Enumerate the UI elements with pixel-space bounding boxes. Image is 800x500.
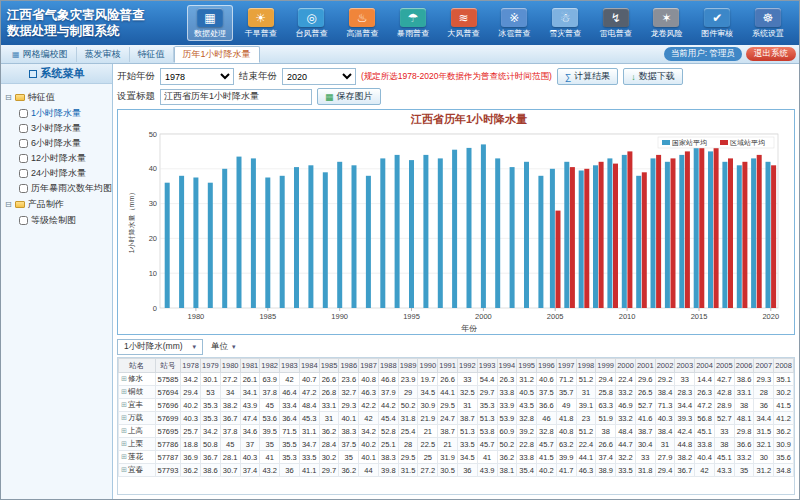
table-header-cell[interactable]: 1983	[280, 359, 300, 373]
station-name-cell[interactable]: ⊞莲花	[119, 451, 156, 464]
calculate-button[interactable]: ∑计算结果	[557, 68, 618, 85]
expand-icon[interactable]: ⊞	[121, 375, 127, 382]
table-header-cell[interactable]: 站名	[119, 359, 156, 373]
station-name-cell[interactable]: ⊞修水	[119, 373, 156, 386]
tree-item-checkbox[interactable]	[19, 124, 28, 133]
table-header-cell[interactable]: 1992	[457, 359, 477, 373]
tab-3[interactable]: 特征值	[130, 47, 174, 62]
toolbar-button-11[interactable]: ✔图件审核	[694, 5, 740, 41]
unit-dropdown[interactable]: 单位	[211, 341, 236, 353]
table-header-cell[interactable]: 2007	[754, 359, 774, 373]
toolbar-button-2[interactable]: ☀干旱普查	[238, 5, 284, 41]
tree-folder-1[interactable]: ⊟特征值	[3, 89, 110, 106]
tree-item[interactable]: 等级绘制图	[3, 213, 110, 228]
table-row[interactable]: ⊞上高5769525.734.237.834.639.571.531.136.2…	[119, 425, 794, 438]
tree-item-checkbox[interactable]	[19, 216, 28, 225]
table-header-cell[interactable]: 2006	[734, 359, 754, 373]
table-header-cell[interactable]: 1988	[378, 359, 398, 373]
table-header-cell[interactable]: 1998	[576, 359, 596, 373]
table-header-cell[interactable]: 站号	[155, 359, 181, 373]
element-filter-dropdown[interactable]: 1小时降水(mm)	[117, 339, 203, 355]
table-header-cell[interactable]: 1999	[596, 359, 616, 373]
collapse-icon[interactable]: ⊟	[5, 200, 12, 209]
logout-button[interactable]: 退出系统	[746, 47, 796, 61]
tree-item-checkbox[interactable]	[19, 154, 28, 163]
station-name-cell[interactable]: ⊞上高	[119, 425, 156, 438]
table-header-cell[interactable]: 1978	[181, 359, 201, 373]
download-button[interactable]: ↓数据下载	[623, 68, 683, 85]
expand-icon[interactable]: ⊞	[121, 453, 127, 460]
table-row[interactable]: ⊞宜春5779336.238.630.737.443.23641.129.736…	[119, 464, 794, 477]
tree-item[interactable]: 6小时降水量	[3, 136, 110, 151]
table-header-cell[interactable]: 1987	[359, 359, 379, 373]
tree-item[interactable]: 1小时降水量	[3, 106, 110, 121]
table-row[interactable]: ⊞万载5769940.335.336.747.453.636.445.33140…	[119, 412, 794, 425]
toolbar-button-9[interactable]: ↯雷电普查	[593, 5, 639, 41]
expand-icon[interactable]: ⊞	[121, 440, 127, 447]
toolbar-button-3[interactable]: ◎台风普查	[288, 5, 334, 41]
table-header-cell[interactable]: 1996	[537, 359, 557, 373]
station-name-cell[interactable]: ⊞万载	[119, 412, 156, 425]
chart-title-input[interactable]	[160, 89, 312, 105]
toolbar-button-4[interactable]: ♨高温普查	[339, 5, 385, 41]
table-header-cell[interactable]: 2005	[714, 359, 734, 373]
table-header-cell[interactable]: 1991	[438, 359, 458, 373]
table-row[interactable]: ⊞上栗5778618.850.845373535.534.728.437.540…	[119, 438, 794, 451]
toolbar-button-1[interactable]: ▦数据处理	[187, 5, 233, 41]
expand-icon[interactable]: ⊞	[121, 401, 127, 408]
tree-item-checkbox[interactable]	[19, 184, 28, 193]
table-header-cell[interactable]: 2003	[675, 359, 695, 373]
expand-icon[interactable]: ⊞	[121, 414, 127, 421]
table-header-cell[interactable]: 1989	[398, 359, 418, 373]
tree-item[interactable]: 12小时降水量	[3, 151, 110, 166]
station-name-cell[interactable]: ⊞上栗	[119, 438, 156, 451]
station-name-cell[interactable]: ⊞宜丰	[119, 399, 156, 412]
table-header-cell[interactable]: 1995	[517, 359, 537, 373]
table-header-cell[interactable]: 1980	[220, 359, 240, 373]
start-year-select[interactable]: 1978	[160, 68, 234, 85]
table-header-cell[interactable]: 2001	[635, 359, 655, 373]
station-data-table-wrap[interactable]: 站名站号197819791980198119821983198419851986…	[117, 357, 795, 495]
station-name-cell[interactable]: ⊞铜鼓	[119, 386, 156, 399]
table-header-cell[interactable]: 1986	[339, 359, 359, 373]
tree-item[interactable]: 3小时降水量	[3, 121, 110, 136]
toolbar-button-7[interactable]: ※冰雹普查	[491, 5, 537, 41]
tree-folder-2[interactable]: ⊟产品制作	[3, 196, 110, 213]
table-header-cell[interactable]: 1997	[556, 359, 576, 373]
table-header-cell[interactable]: 1994	[497, 359, 517, 373]
table-header-cell[interactable]: 2000	[616, 359, 636, 373]
table-header-cell[interactable]: 1993	[477, 359, 497, 373]
toolbar-button-10[interactable]: ✶龙卷风险	[643, 5, 689, 41]
collapse-icon[interactable]: ⊟	[5, 93, 12, 102]
table-row[interactable]: ⊞莲花5778736.936.728.140.34135.333.530.235…	[119, 451, 794, 464]
tree-item[interactable]: 历年暴雨次数年均图	[3, 181, 110, 196]
tree-item-checkbox[interactable]	[19, 139, 28, 148]
table-header-cell[interactable]: 1985	[319, 359, 339, 373]
table-header-cell[interactable]: 1979	[201, 359, 221, 373]
toolbar-button-8[interactable]: ☃雪灾普查	[542, 5, 588, 41]
expand-icon[interactable]: ⊞	[121, 427, 127, 434]
tab-1[interactable]: ▦网格编校图	[4, 47, 77, 62]
save-image-button[interactable]: ▦保存图片	[317, 88, 381, 105]
table-header-cell[interactable]: 1982	[260, 359, 280, 373]
tree-item[interactable]: 24小时降水量	[3, 166, 110, 181]
table-row[interactable]: ⊞修水5758534.230.127.226.163.94240.726.623…	[119, 373, 794, 386]
table-header-cell[interactable]: 1990	[418, 359, 438, 373]
toolbar-button-6[interactable]: ≋大风普查	[441, 5, 487, 41]
table-header-cell[interactable]: 2004	[695, 359, 715, 373]
tree-item-checkbox[interactable]	[19, 169, 28, 178]
table-header-cell[interactable]: 1981	[240, 359, 260, 373]
toolbar-button-12[interactable]: ☸系统设置	[745, 5, 791, 41]
station-name-cell[interactable]: ⊞宜春	[119, 464, 156, 477]
tab-4[interactable]: 历年1小时降水量	[174, 46, 260, 63]
tree-item-checkbox[interactable]	[19, 109, 28, 118]
expand-icon[interactable]: ⊞	[121, 388, 127, 395]
expand-icon[interactable]: ⊞	[121, 466, 127, 473]
tab-2[interactable]: 蒸发审核	[77, 47, 130, 62]
table-header-cell[interactable]: 2002	[655, 359, 675, 373]
table-row[interactable]: ⊞铜鼓5769429.4533434.137.846.447.226.832.7…	[119, 386, 794, 399]
table-row[interactable]: ⊞宜丰5769640.235.338.243.94533.448.433.129…	[119, 399, 794, 412]
toolbar-button-5[interactable]: ☂暴雨普查	[390, 5, 436, 41]
table-header-cell[interactable]: 1984	[299, 359, 319, 373]
table-header-cell[interactable]: 2008	[774, 359, 794, 373]
